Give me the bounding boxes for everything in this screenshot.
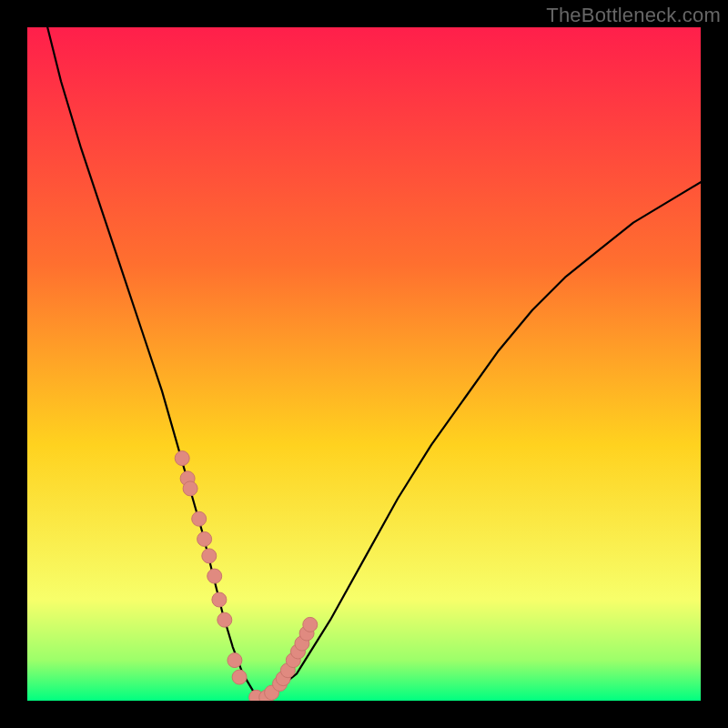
data-point-marker (202, 549, 217, 563)
watermark-text: TheBottleneck.com (546, 4, 721, 27)
data-point-marker (207, 569, 222, 583)
data-point-marker (303, 617, 318, 632)
data-point-marker (217, 612, 232, 627)
chart-frame: TheBottleneck.com (0, 0, 728, 728)
data-point-marker (175, 451, 189, 466)
plot-area (27, 27, 701, 701)
data-point-marker (192, 511, 207, 526)
gradient-background (27, 27, 701, 701)
data-point-marker (228, 653, 242, 668)
data-point-marker (183, 481, 197, 496)
data-point-marker (212, 592, 227, 607)
data-point-marker (197, 531, 212, 546)
data-point-marker (232, 670, 247, 684)
bottleneck-chart (27, 27, 701, 701)
